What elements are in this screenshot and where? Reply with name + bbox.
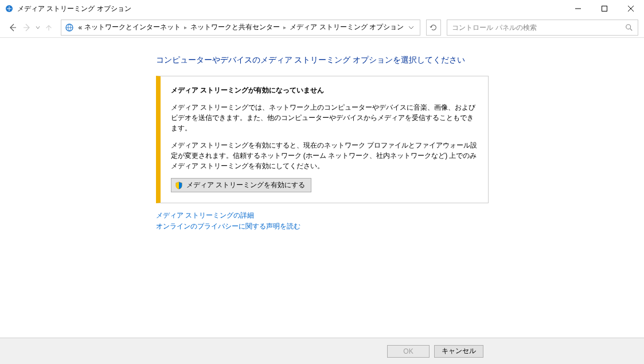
search-input[interactable] <box>452 24 622 32</box>
shield-icon <box>175 181 183 189</box>
svg-rect-1 <box>602 6 607 11</box>
notice-panel: メディア ストリーミングが有効になっていません メディア ストリーミングでは、ネ… <box>156 76 489 203</box>
minimize-button[interactable] <box>565 0 591 17</box>
cancel-button[interactable]: キャンセル <box>434 345 483 358</box>
refresh-button[interactable] <box>426 20 441 36</box>
nav-forward-button[interactable] <box>21 21 33 34</box>
chevron-right-icon[interactable]: ▸ <box>281 24 288 30</box>
chevron-down-icon[interactable] <box>36 25 41 30</box>
maximize-button[interactable] <box>591 0 618 17</box>
breadcrumb-prefix: « <box>77 24 84 32</box>
svg-point-3 <box>626 24 631 29</box>
page-heading: コンピューターやデバイスのメディア ストリーミング オプションを選択してください <box>156 55 489 65</box>
search-icon[interactable] <box>625 24 633 32</box>
enable-streaming-button[interactable]: メディア ストリーミングを有効にする <box>171 178 311 192</box>
footer-bar: OK キャンセル <box>0 338 644 364</box>
titlebar: メディア ストリーミング オプション <box>0 0 644 17</box>
app-icon <box>5 4 14 13</box>
search-box[interactable] <box>447 20 638 36</box>
toolbar: « ネットワークとインターネット ▸ ネットワークと共有センター ▸ メディア … <box>0 17 644 38</box>
breadcrumb-item[interactable]: ネットワークとインターネット <box>83 22 182 32</box>
nav-up-button[interactable] <box>43 21 55 34</box>
notice-paragraph: メディア ストリーミングを有効にすると、現在のネットワーク プロファイルとファイ… <box>171 140 478 171</box>
network-icon <box>64 22 75 33</box>
notice-paragraph: メディア ストリーミングでは、ネットワーク上のコンピューターやデバイスに音楽、画… <box>171 102 478 133</box>
ok-button[interactable]: OK <box>387 345 430 358</box>
nav-back-button[interactable] <box>7 21 19 34</box>
notice-title: メディア ストリーミングが有効になっていません <box>171 86 478 95</box>
window-title: メディア ストリーミング オプション <box>17 4 131 14</box>
content-area: コンピューターやデバイスのメディア ストリーミング オプションを選択してください… <box>0 38 644 338</box>
address-bar[interactable]: « ネットワークとインターネット ▸ ネットワークと共有センター ▸ メディア … <box>61 20 420 36</box>
breadcrumb-item[interactable]: ネットワークと共有センター <box>189 22 281 32</box>
close-button[interactable] <box>618 0 644 17</box>
breadcrumb-item[interactable]: メディア ストリーミング オプション <box>288 22 405 32</box>
details-link[interactable]: メディア ストリーミングの詳細 <box>156 210 489 221</box>
window-controls <box>565 0 644 17</box>
address-dropdown-icon[interactable] <box>405 25 417 30</box>
privacy-link[interactable]: オンラインのプライバシーに関する声明を読む <box>156 221 489 232</box>
enable-streaming-label: メディア ストリーミングを有効にする <box>186 180 305 190</box>
chevron-right-icon[interactable]: ▸ <box>182 24 189 30</box>
links-section: メディア ストリーミングの詳細 オンラインのプライバシーに関する声明を読む <box>156 210 489 232</box>
